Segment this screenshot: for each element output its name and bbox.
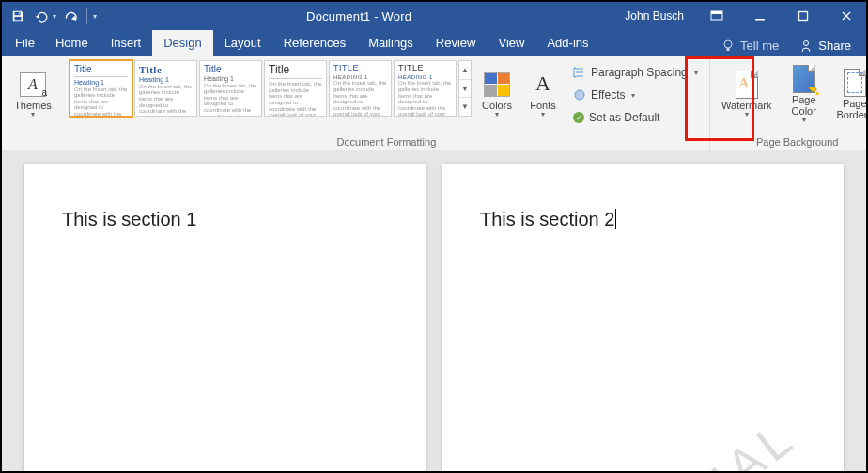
gallery-more-icon[interactable]: ▼ xyxy=(459,98,471,116)
ribbon-tabs: File Home Insert Design Layout Reference… xyxy=(2,30,866,56)
style-set-6[interactable]: TITLE HEADING 1 On the Insert tab, the g… xyxy=(394,60,457,117)
page-borders-icon xyxy=(844,69,866,97)
colors-label: Colors xyxy=(482,100,512,111)
minimize-button[interactable] xyxy=(740,2,780,30)
colors-button[interactable]: Colors ▾ xyxy=(475,60,519,130)
page-2[interactable]: This is section 2 CONFIDENTIAL xyxy=(442,164,844,471)
fonts-button[interactable]: A Fonts ▾ xyxy=(522,60,564,130)
page-1-text: This is section 1 xyxy=(62,209,196,229)
page-color-icon xyxy=(793,65,815,93)
maximize-button[interactable] xyxy=(783,2,823,30)
ribbon: Aa Themes ▾ Title Heading 1 On the Inser… xyxy=(2,56,866,150)
redo-button[interactable] xyxy=(60,6,81,26)
title-bar: ▾ ▾ Document1 - Word John Busch xyxy=(2,2,866,30)
watermark-text: CONFIDENTIAL xyxy=(436,408,806,471)
tab-file[interactable]: File xyxy=(6,30,44,56)
themes-button[interactable]: Aa Themes ▾ xyxy=(8,60,58,130)
save-button[interactable] xyxy=(8,6,28,26)
tell-me-label: Tell me xyxy=(740,39,779,53)
style-set-3[interactable]: Title Heading 1 On the Insert tab, the g… xyxy=(199,60,262,117)
share-button[interactable]: Share xyxy=(788,35,862,56)
style-set-4[interactable]: Title On the Insert tab, the galleries i… xyxy=(264,60,327,117)
ribbon-display-options[interactable] xyxy=(697,2,736,30)
window-title: Document1 - Word xyxy=(102,9,615,24)
style-set-1[interactable]: Title Heading 1 On the Insert tab, the g… xyxy=(70,60,132,117)
tab-insert[interactable]: Insert xyxy=(100,30,153,56)
svg-rect-3 xyxy=(755,19,765,21)
tab-mailings[interactable]: Mailings xyxy=(357,30,425,56)
colors-icon xyxy=(484,72,510,97)
tab-review[interactable]: Review xyxy=(425,30,488,56)
style-set-5[interactable]: TITLE HEADING 1 On the Insert tab, the g… xyxy=(329,60,392,117)
tab-addins[interactable]: Add-ins xyxy=(535,30,599,56)
tab-references[interactable]: References xyxy=(272,30,357,56)
effects-icon xyxy=(573,88,586,102)
svg-rect-0 xyxy=(15,17,22,21)
tab-layout[interactable]: Layout xyxy=(213,30,272,56)
document-area[interactable]: This is section 1 This is section 2 CONF… xyxy=(2,150,866,471)
fonts-label: Fonts xyxy=(530,100,556,111)
check-icon: ✓ xyxy=(573,112,584,123)
tell-me[interactable]: Tell me xyxy=(712,35,788,56)
watermark-label: Watermark xyxy=(721,100,771,111)
themes-label: Themes xyxy=(14,100,52,111)
page-2-text: This is section 2 xyxy=(480,209,616,229)
watermark-button[interactable]: A Watermark ▾ xyxy=(716,60,778,130)
effects-button[interactable]: Effects▾ xyxy=(567,85,704,105)
group-label-page-background: Page Background xyxy=(716,134,868,148)
share-icon xyxy=(799,39,813,53)
style-set-2[interactable]: Title Heading 1 On the Insert tab, the g… xyxy=(134,60,197,117)
watermark-icon: A xyxy=(736,71,758,99)
page-1[interactable]: This is section 1 xyxy=(24,164,426,471)
gallery-up-icon[interactable]: ▲ xyxy=(459,61,471,80)
user-name[interactable]: John Busch xyxy=(615,9,693,23)
svg-rect-2 xyxy=(711,11,722,14)
tab-view[interactable]: View xyxy=(487,30,535,56)
group-label-document-formatting: Document Formatting xyxy=(70,134,704,148)
set-as-default-label: Set as Default xyxy=(589,111,659,124)
effects-label: Effects xyxy=(591,88,625,102)
lightbulb-icon xyxy=(721,39,735,53)
share-label: Share xyxy=(818,39,851,53)
page-color-button[interactable]: Page Color ▾ xyxy=(782,60,827,130)
tab-home[interactable]: Home xyxy=(44,30,100,56)
set-as-default-button[interactable]: ✓ Set as Default xyxy=(567,107,704,128)
svg-point-5 xyxy=(724,40,732,48)
gallery-scroll[interactable]: ▲ ▼ ▼ xyxy=(458,60,472,117)
close-button[interactable] xyxy=(827,2,866,30)
tab-design[interactable]: Design xyxy=(152,30,212,56)
undo-button[interactable] xyxy=(32,6,53,26)
page-color-label: Page Color xyxy=(782,94,827,117)
page-borders-label: Page Borders xyxy=(830,98,868,120)
paragraph-spacing-label: Paragraph Spacing xyxy=(591,66,688,79)
page-borders-button[interactable]: Page Borders xyxy=(830,60,868,130)
themes-icon: Aa xyxy=(20,72,46,97)
paragraph-spacing-icon xyxy=(573,66,586,79)
svg-rect-6 xyxy=(727,48,730,51)
svg-rect-4 xyxy=(799,12,808,21)
svg-point-9 xyxy=(815,91,818,94)
svg-point-8 xyxy=(575,90,584,100)
paragraph-spacing-button[interactable]: Paragraph Spacing▾ xyxy=(567,62,704,83)
gallery-down-icon[interactable]: ▼ xyxy=(459,80,471,99)
style-set-gallery[interactable]: Title Heading 1 On the Insert tab, the g… xyxy=(70,60,472,117)
fonts-icon: A xyxy=(535,72,550,95)
svg-point-7 xyxy=(804,40,809,45)
quick-access-toolbar: ▾ ▾ xyxy=(2,6,102,26)
